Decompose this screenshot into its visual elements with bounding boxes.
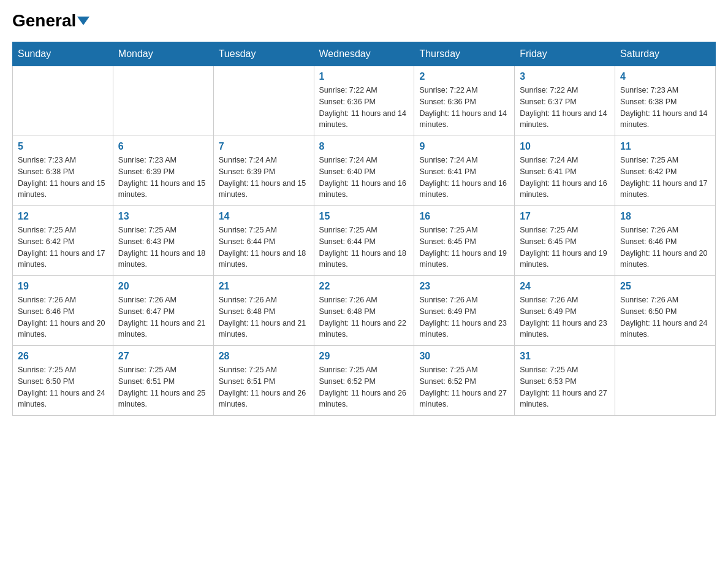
weekday-header-sunday: Sunday <box>13 42 113 66</box>
logo-general-text: General <box>12 12 89 29</box>
calendar-week-0: 1Sunrise: 7:22 AMSunset: 6:36 PMDaylight… <box>13 66 716 136</box>
day-number: 10 <box>520 141 610 152</box>
day-number: 8 <box>319 141 409 152</box>
calendar-cell: 13Sunrise: 7:25 AMSunset: 6:43 PMDayligh… <box>113 206 213 276</box>
weekday-header-tuesday: Tuesday <box>213 42 314 66</box>
day-info: Sunrise: 7:22 AMSunset: 6:36 PMDaylight:… <box>419 85 509 131</box>
calendar-cell: 2Sunrise: 7:22 AMSunset: 6:36 PMDaylight… <box>414 66 515 136</box>
day-number: 27 <box>118 351 208 362</box>
day-info: Sunrise: 7:22 AMSunset: 6:36 PMDaylight:… <box>319 85 409 131</box>
calendar-cell: 6Sunrise: 7:23 AMSunset: 6:39 PMDaylight… <box>113 136 213 206</box>
day-number: 3 <box>520 71 610 82</box>
day-number: 14 <box>219 211 309 222</box>
day-number: 26 <box>18 351 108 362</box>
calendar-header: SundayMondayTuesdayWednesdayThursdayFrid… <box>13 42 716 66</box>
day-info: Sunrise: 7:26 AMSunset: 6:47 PMDaylight:… <box>118 294 208 340</box>
day-number: 22 <box>319 281 409 292</box>
day-info: Sunrise: 7:25 AMSunset: 6:44 PMDaylight:… <box>319 224 409 270</box>
calendar-cell: 18Sunrise: 7:26 AMSunset: 6:46 PMDayligh… <box>615 206 716 276</box>
calendar-cell: 10Sunrise: 7:24 AMSunset: 6:41 PMDayligh… <box>515 136 615 206</box>
calendar-cell <box>213 66 314 136</box>
day-info: Sunrise: 7:24 AMSunset: 6:41 PMDaylight:… <box>520 155 610 201</box>
weekday-header-wednesday: Wednesday <box>314 42 414 66</box>
weekday-header-monday: Monday <box>113 42 213 66</box>
day-number: 5 <box>18 141 108 152</box>
day-number: 28 <box>219 351 309 362</box>
calendar-cell: 3Sunrise: 7:22 AMSunset: 6:37 PMDaylight… <box>515 66 615 136</box>
day-number: 13 <box>118 211 208 222</box>
calendar-cell <box>13 66 113 136</box>
calendar-cell: 30Sunrise: 7:25 AMSunset: 6:52 PMDayligh… <box>414 346 515 416</box>
calendar-cell: 1Sunrise: 7:22 AMSunset: 6:36 PMDaylight… <box>314 66 414 136</box>
day-number: 1 <box>319 71 409 82</box>
day-info: Sunrise: 7:23 AMSunset: 6:39 PMDaylight:… <box>118 155 208 201</box>
day-info: Sunrise: 7:23 AMSunset: 6:38 PMDaylight:… <box>620 85 710 131</box>
calendar-cell: 11Sunrise: 7:25 AMSunset: 6:42 PMDayligh… <box>615 136 716 206</box>
day-info: Sunrise: 7:25 AMSunset: 6:52 PMDaylight:… <box>319 364 409 410</box>
day-number: 25 <box>620 281 710 292</box>
day-number: 29 <box>319 351 409 362</box>
day-number: 23 <box>419 281 509 292</box>
day-info: Sunrise: 7:25 AMSunset: 6:42 PMDaylight:… <box>620 155 710 201</box>
logo: General <box>12 12 89 29</box>
calendar-cell: 7Sunrise: 7:24 AMSunset: 6:39 PMDaylight… <box>213 136 314 206</box>
day-info: Sunrise: 7:25 AMSunset: 6:44 PMDaylight:… <box>219 224 309 270</box>
weekday-header-row: SundayMondayTuesdayWednesdayThursdayFrid… <box>13 42 716 66</box>
day-info: Sunrise: 7:25 AMSunset: 6:53 PMDaylight:… <box>520 364 610 410</box>
day-number: 19 <box>18 281 108 292</box>
day-info: Sunrise: 7:26 AMSunset: 6:48 PMDaylight:… <box>219 294 309 340</box>
calendar-cell: 5Sunrise: 7:23 AMSunset: 6:38 PMDaylight… <box>13 136 113 206</box>
day-info: Sunrise: 7:25 AMSunset: 6:50 PMDaylight:… <box>18 364 108 410</box>
day-info: Sunrise: 7:24 AMSunset: 6:40 PMDaylight:… <box>319 155 409 201</box>
calendar-cell <box>615 346 716 416</box>
day-number: 7 <box>219 141 309 152</box>
day-info: Sunrise: 7:25 AMSunset: 6:42 PMDaylight:… <box>18 224 108 270</box>
calendar-week-3: 19Sunrise: 7:26 AMSunset: 6:46 PMDayligh… <box>13 276 716 346</box>
calendar-cell <box>113 66 213 136</box>
day-number: 30 <box>419 351 509 362</box>
calendar-table: SundayMondayTuesdayWednesdayThursdayFrid… <box>12 42 716 416</box>
calendar-cell: 28Sunrise: 7:25 AMSunset: 6:51 PMDayligh… <box>213 346 314 416</box>
day-number: 17 <box>520 211 610 222</box>
day-info: Sunrise: 7:25 AMSunset: 6:51 PMDaylight:… <box>219 364 309 410</box>
day-info: Sunrise: 7:26 AMSunset: 6:49 PMDaylight:… <box>419 294 509 340</box>
day-number: 12 <box>18 211 108 222</box>
day-info: Sunrise: 7:25 AMSunset: 6:45 PMDaylight:… <box>520 224 610 270</box>
day-info: Sunrise: 7:24 AMSunset: 6:41 PMDaylight:… <box>419 155 509 201</box>
day-number: 15 <box>319 211 409 222</box>
day-info: Sunrise: 7:22 AMSunset: 6:37 PMDaylight:… <box>520 85 610 131</box>
calendar-week-2: 12Sunrise: 7:25 AMSunset: 6:42 PMDayligh… <box>13 206 716 276</box>
day-number: 16 <box>419 211 509 222</box>
day-info: Sunrise: 7:26 AMSunset: 6:48 PMDaylight:… <box>319 294 409 340</box>
calendar-cell: 9Sunrise: 7:24 AMSunset: 6:41 PMDaylight… <box>414 136 515 206</box>
calendar-cell: 20Sunrise: 7:26 AMSunset: 6:47 PMDayligh… <box>113 276 213 346</box>
calendar-cell: 15Sunrise: 7:25 AMSunset: 6:44 PMDayligh… <box>314 206 414 276</box>
calendar-cell: 4Sunrise: 7:23 AMSunset: 6:38 PMDaylight… <box>615 66 716 136</box>
day-info: Sunrise: 7:26 AMSunset: 6:49 PMDaylight:… <box>520 294 610 340</box>
calendar-cell: 22Sunrise: 7:26 AMSunset: 6:48 PMDayligh… <box>314 276 414 346</box>
day-number: 18 <box>620 211 710 222</box>
calendar-cell: 17Sunrise: 7:25 AMSunset: 6:45 PMDayligh… <box>515 206 615 276</box>
day-info: Sunrise: 7:25 AMSunset: 6:51 PMDaylight:… <box>118 364 208 410</box>
day-info: Sunrise: 7:26 AMSunset: 6:46 PMDaylight:… <box>620 224 710 270</box>
calendar-cell: 19Sunrise: 7:26 AMSunset: 6:46 PMDayligh… <box>13 276 113 346</box>
calendar-cell: 31Sunrise: 7:25 AMSunset: 6:53 PMDayligh… <box>515 346 615 416</box>
weekday-header-thursday: Thursday <box>414 42 515 66</box>
weekday-header-saturday: Saturday <box>615 42 716 66</box>
calendar-cell: 29Sunrise: 7:25 AMSunset: 6:52 PMDayligh… <box>314 346 414 416</box>
day-info: Sunrise: 7:25 AMSunset: 6:52 PMDaylight:… <box>419 364 509 410</box>
page-header: General <box>12 12 716 29</box>
weekday-header-friday: Friday <box>515 42 615 66</box>
day-number: 24 <box>520 281 610 292</box>
calendar-cell: 26Sunrise: 7:25 AMSunset: 6:50 PMDayligh… <box>13 346 113 416</box>
day-number: 2 <box>419 71 509 82</box>
calendar-cell: 27Sunrise: 7:25 AMSunset: 6:51 PMDayligh… <box>113 346 213 416</box>
day-number: 4 <box>620 71 710 82</box>
day-number: 9 <box>419 141 509 152</box>
day-info: Sunrise: 7:26 AMSunset: 6:46 PMDaylight:… <box>18 294 108 340</box>
calendar-cell: 23Sunrise: 7:26 AMSunset: 6:49 PMDayligh… <box>414 276 515 346</box>
logo-arrow-icon <box>77 17 89 25</box>
day-info: Sunrise: 7:25 AMSunset: 6:43 PMDaylight:… <box>118 224 208 270</box>
day-number: 6 <box>118 141 208 152</box>
day-number: 31 <box>520 351 610 362</box>
